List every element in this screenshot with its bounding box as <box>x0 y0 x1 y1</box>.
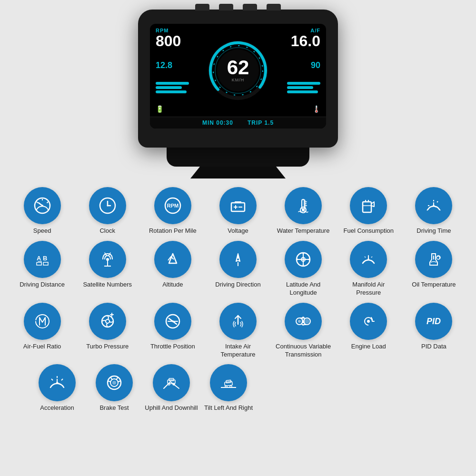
feature-rpm: RPM Rotation Per Mile <box>144 187 201 235</box>
driving-distance-label: Driving Distance <box>20 281 65 289</box>
feature-altitude: Altitude <box>144 241 201 289</box>
feature-driving-time: Driving Time <box>405 187 462 235</box>
brake-icon <box>96 364 133 401</box>
top-button-1[interactable] <box>195 4 209 10</box>
driving-time-label: Driving Time <box>416 227 451 235</box>
rbar-3 <box>287 90 318 93</box>
feature-cvt: Continuous Variable Transmission <box>275 303 332 359</box>
svg-line-81 <box>51 379 53 380</box>
intake-icon <box>219 303 257 340</box>
feature-direction: Driving Direction <box>209 241 267 289</box>
svg-rect-17 <box>235 201 241 203</box>
manifold-label: Manifold Air Pressure <box>340 281 397 297</box>
uphill-label: Uphill And Downhill <box>145 404 198 412</box>
feature-latitude: Latitude And Longitude <box>275 241 332 297</box>
fuel-label: Fuel Consumption <box>344 227 394 235</box>
features-row-1: Speed Clock RPM Rotation Per Mile <box>10 187 466 235</box>
svg-point-23 <box>302 208 305 211</box>
features-row-2: A B Driving Distance <box>10 241 466 297</box>
feature-clock: Clock <box>79 187 136 235</box>
feature-water-temp: Water Temperature <box>275 187 332 235</box>
feature-tilt: Tilt Left And Right <box>200 364 257 412</box>
acceleration-icon <box>39 364 76 401</box>
svg-line-54 <box>365 257 366 258</box>
latitude-icon <box>285 241 322 278</box>
speed-display: 62 KM/H <box>227 57 249 82</box>
altitude-label: Altitude <box>162 281 183 289</box>
direction-label: Driving Direction <box>215 281 260 289</box>
bar-2 <box>156 86 182 89</box>
hud-device: RPM 800 12.8 🔋 <box>138 10 338 148</box>
throttle-icon <box>154 303 191 340</box>
svg-point-79 <box>56 382 58 384</box>
svg-rect-16 <box>231 203 245 211</box>
svg-point-42 <box>237 258 239 260</box>
feature-uphill: Uphill And Downhill <box>143 364 200 412</box>
rpm-icon: RPM <box>154 187 191 224</box>
rbar-2 <box>287 86 313 89</box>
svg-point-98 <box>230 386 232 387</box>
oil-temp-icon <box>415 241 452 278</box>
manifold-icon <box>350 241 387 278</box>
screen-bottom: MIN 00:30 TRIP 1.5 <box>150 117 326 129</box>
turbo-icon <box>89 303 126 340</box>
battery-icon: 🔋 <box>156 105 198 113</box>
svg-text:A: A <box>37 255 41 262</box>
device-base <box>167 148 309 167</box>
svg-point-75 <box>367 320 370 323</box>
top-button-3[interactable] <box>243 4 257 10</box>
driving-distance-icon: A B <box>24 241 61 278</box>
cvt-label: Continuous Variable Transmission <box>275 343 332 359</box>
right-bars <box>287 82 320 93</box>
svg-rect-27 <box>363 202 371 212</box>
svg-point-97 <box>225 386 227 387</box>
svg-text:RPM: RPM <box>167 203 178 208</box>
svg-line-55 <box>371 257 372 258</box>
device-stand <box>190 167 286 178</box>
svg-point-69 <box>298 320 301 323</box>
intake-label: Intake Air Temperature <box>209 343 267 359</box>
air-fuel-icon <box>24 303 61 340</box>
temp-icon: 🌡️ <box>312 105 320 113</box>
voltage-label: Voltage <box>228 227 248 235</box>
feature-acceleration: Acceleration <box>29 364 86 412</box>
right-small-value: 90 <box>311 60 320 70</box>
tilt-label: Tilt Left And Right <box>204 404 253 412</box>
feature-intake: Intake Air Temperature <box>209 303 267 359</box>
hud-screen: RPM 800 12.8 🔋 <box>150 24 326 129</box>
top-button-2[interactable] <box>219 4 233 10</box>
svg-point-33 <box>433 205 435 207</box>
top-button-4[interactable] <box>267 4 281 10</box>
screen-left: RPM 800 12.8 🔋 <box>156 28 198 113</box>
bottom-trip: TRIP 1.5 <box>248 119 274 126</box>
engine-load-icon <box>350 303 387 340</box>
engine-load-label: Engine Load <box>351 343 386 351</box>
air-fuel-label: Air-Fuel Ratio <box>23 343 61 351</box>
svg-point-60 <box>106 319 109 323</box>
speed-icon <box>24 187 61 224</box>
altitude-icon <box>154 241 191 278</box>
svg-point-70 <box>305 319 309 324</box>
svg-point-92 <box>168 383 170 385</box>
screen-right: A/F 16.0 90 🌡️ <box>278 28 320 113</box>
feature-air-fuel: Air-Fuel Ratio <box>14 303 71 351</box>
feature-manifold: Manifold Air Pressure <box>340 241 397 297</box>
clock-label: Clock <box>99 227 115 235</box>
left-small-value: 12.8 <box>156 60 198 70</box>
driving-time-icon <box>415 187 452 224</box>
svg-point-66 <box>172 320 174 322</box>
svg-line-86 <box>110 377 112 380</box>
speed-number: 62 <box>227 57 249 77</box>
device-container: RPM 800 12.8 🔋 <box>138 10 338 178</box>
pid-icon: PID <box>415 303 452 340</box>
fuel-icon <box>350 187 387 224</box>
svg-point-58 <box>36 315 49 328</box>
feature-speed: Speed <box>14 187 71 235</box>
feature-pid: PID PID Data <box>405 303 462 351</box>
rbar-1 <box>287 82 320 85</box>
feature-brake: Brake Test <box>86 364 143 412</box>
feature-throttle: Throttle Position <box>144 303 201 351</box>
satellite-label: Satellite Numbers <box>83 281 132 289</box>
svg-text:B: B <box>43 255 47 262</box>
acceleration-label: Acceleration <box>40 404 74 412</box>
